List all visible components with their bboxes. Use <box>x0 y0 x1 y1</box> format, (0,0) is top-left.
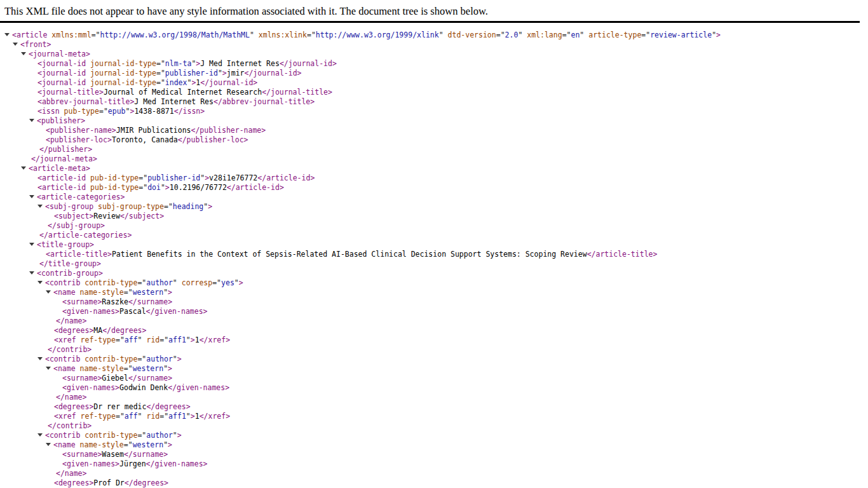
tag-token: > <box>653 250 657 259</box>
triangle-down-icon[interactable] <box>46 290 51 294</box>
tag-token: =" <box>139 183 147 192</box>
tag-token: </surname <box>128 297 168 306</box>
attribute-name: subj-group-type <box>98 202 164 211</box>
xml-node-line: <issn pub-type="epub">1438-8871</issn> <box>0 107 868 116</box>
attribute-name: journal-id-type <box>90 59 156 68</box>
triangle-down-icon[interactable] <box>46 443 51 446</box>
tag-token: </contrib <box>48 345 87 354</box>
triangle-down-icon[interactable] <box>29 243 34 246</box>
xml-closing-tag-line: </contrib> <box>0 421 868 431</box>
attribute-value: western <box>133 288 163 297</box>
triangle-down-icon[interactable] <box>46 367 51 370</box>
tag-token: > <box>112 126 116 135</box>
tag-token: " <box>234 278 239 287</box>
tag-token: =" <box>137 431 146 440</box>
triangle-down-icon[interactable] <box>21 166 26 170</box>
attribute-value: review-article <box>650 30 712 39</box>
no-style-message: This XML file does not appear to have an… <box>0 0 860 23</box>
attribute-value: en <box>571 30 580 39</box>
triangle-down-icon[interactable] <box>29 195 34 198</box>
tag-token <box>60 107 64 116</box>
attribute-value: yes <box>221 278 234 287</box>
tag-token: =" <box>159 336 168 344</box>
triangle-down-icon[interactable] <box>13 43 18 46</box>
xml-node-line: <xref ref-type="aff" rid="aff1">1</xref> <box>0 412 868 421</box>
text-content: Dr rer medic <box>93 402 146 411</box>
attribute-value: aff <box>125 412 138 421</box>
tag-token: =" <box>92 30 100 39</box>
text-content: Pascal <box>119 307 146 316</box>
tag-token: </xref <box>200 412 226 421</box>
tag-token: </given-names <box>168 383 225 392</box>
tag-token: > <box>297 69 302 78</box>
tag-token: </article-title <box>587 250 653 259</box>
xml-viewer-page: { "header": { "message": "This XML file … <box>0 0 868 488</box>
tag-token: <given-names <box>62 459 115 468</box>
tag-token: > <box>208 202 212 211</box>
tag-token: <name <box>53 440 76 449</box>
text-content: 1438-8871 <box>134 107 173 116</box>
attribute-value: publisher-id <box>147 173 200 182</box>
attribute-value: doi <box>147 183 161 192</box>
text-content: Wasem <box>102 450 124 459</box>
tag-token: <journal-id <box>37 69 86 78</box>
tag-token: <xref <box>54 336 76 344</box>
triangle-down-icon[interactable] <box>29 271 34 274</box>
tag-token: > <box>203 307 208 316</box>
tag-token: > <box>98 269 103 278</box>
attribute-value: author <box>146 278 173 287</box>
tag-token: <publisher <box>37 116 81 125</box>
text-content: jmir <box>227 69 245 78</box>
tag-token: > <box>121 193 125 201</box>
tag-token: <issn <box>37 107 60 116</box>
attribute-value: http://www.w3.org/1998/Math/MathML <box>100 30 250 39</box>
tag-token: > <box>280 183 284 192</box>
triangle-down-icon[interactable] <box>37 357 43 360</box>
tag-token: > <box>200 107 205 116</box>
tag-token: <article <box>12 30 47 39</box>
xml-node-line: <name name-style="western"> <box>0 440 868 450</box>
xml-node-line: <front> <box>0 40 868 50</box>
tag-token: <xref <box>54 412 76 421</box>
triangle-down-icon[interactable] <box>37 205 43 208</box>
xml-node-line: <article-id pub-id-type="publisher-id">v… <box>0 173 868 183</box>
tag-token: </name <box>56 469 83 478</box>
attribute-name: ref-type <box>81 412 116 421</box>
xml-node-line: <journal-id journal-id-type="nlm-ta">J M… <box>0 59 868 69</box>
tag-token: > <box>244 135 248 144</box>
xml-node-line: <article xmlns:mml="http://www.w3.org/19… <box>0 30 868 40</box>
xml-node-line: <journal-id journal-id-type="publisher-i… <box>0 69 868 78</box>
text-content: Prof Dr <box>93 478 124 487</box>
tag-token: <title-group <box>37 240 90 249</box>
triangle-down-icon[interactable] <box>29 119 34 122</box>
tag-token: > <box>191 412 195 421</box>
xml-node-line: <publisher> <box>0 116 868 126</box>
triangle-down-icon[interactable] <box>37 433 43 437</box>
tag-token: > <box>99 88 104 97</box>
tag-token: <name <box>53 288 76 297</box>
tag-token: " <box>138 336 142 344</box>
tag-token: <contrib <box>45 431 80 440</box>
tag-token <box>444 30 448 39</box>
tag-token: <publisher-name <box>46 126 112 135</box>
tag-token: > <box>177 355 182 363</box>
xml-node-line: <name name-style="western"> <box>0 364 868 374</box>
tag-token <box>76 440 80 449</box>
tag-token: </issn <box>174 107 201 116</box>
attribute-value: index <box>165 78 187 87</box>
tag-token: > <box>47 40 51 49</box>
attribute-value: author <box>146 431 173 440</box>
xml-closing-tag-line: </name> <box>0 393 868 402</box>
tag-token: > <box>716 30 721 39</box>
triangle-down-icon[interactable] <box>21 52 26 55</box>
tag-token: > <box>226 336 230 344</box>
tag-token: =" <box>116 412 125 421</box>
triangle-down-icon[interactable] <box>37 281 43 284</box>
tag-token: > <box>328 88 332 97</box>
tag-token: </journal-meta <box>31 154 93 163</box>
xml-closing-tag-line: </name> <box>0 469 868 478</box>
text-content: Jürgen <box>119 459 146 468</box>
triangle-down-icon[interactable] <box>4 33 10 36</box>
xml-closing-tag-line: </subj-group> <box>0 221 868 231</box>
text-content: Toronto, Canada <box>112 135 178 144</box>
